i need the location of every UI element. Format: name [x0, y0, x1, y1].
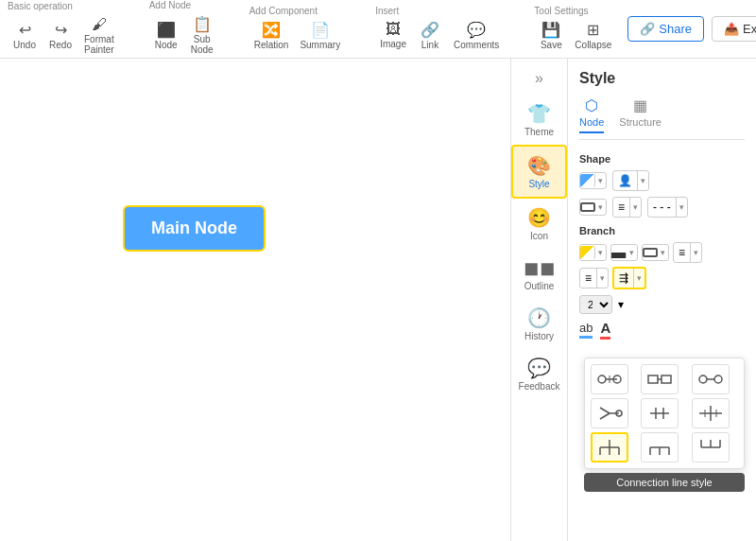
person-arrow: ▾: [638, 173, 648, 188]
sub-node-icon: 📋: [193, 15, 212, 33]
node-label: Node: [155, 40, 178, 50]
text-style-row: ab A: [579, 320, 745, 340]
comments-icon: 💬: [467, 21, 486, 39]
conn-btn-4[interactable]: [591, 398, 628, 428]
branch-align-arrow: ▾: [691, 245, 701, 260]
conn-btn-9[interactable]: [692, 432, 730, 462]
toolbar-group-basic: Basic operation ↩ Undo ↪ Redo 🖌 Format P…: [8, 1, 119, 58]
conn-btn-7[interactable]: [591, 432, 628, 462]
sidebar-style-label: Style: [528, 179, 549, 189]
image-icon: 🖼: [386, 21, 401, 38]
tab-structure-label: Structure: [619, 116, 662, 128]
canvas[interactable]: Main Node: [0, 59, 510, 541]
text-ab-button[interactable]: ab: [579, 321, 593, 339]
tab-node[interactable]: ⬡ Node: [579, 96, 604, 133]
text-A-button[interactable]: A: [600, 320, 610, 340]
branch-align-picker[interactable]: ≡ ▾: [673, 242, 702, 263]
sub-node-button[interactable]: 📋 Sub Node: [185, 12, 219, 58]
format-painter-button[interactable]: 🖌 Format Painter: [79, 13, 119, 58]
undo-icon: ↩: [19, 21, 31, 39]
sidebar: » 👕 Theme 🎨 Style 😊 Icon ◼◼ Outline 🕐 Hi…: [510, 59, 567, 541]
icon-icon: 😊: [527, 206, 551, 229]
share-icon: 🔗: [640, 22, 655, 36]
export-button[interactable]: 📤 Export: [712, 16, 756, 42]
border-style-picker[interactable]: ▾: [579, 199, 607, 216]
svg-rect-6: [662, 375, 671, 383]
line-style-icon: ≡: [613, 198, 630, 217]
insert-items: 🖼 Image 🔗 Link 💬 Comments: [375, 18, 504, 53]
theme-icon: 👕: [527, 102, 551, 125]
main-node[interactable]: Main Node: [123, 205, 266, 252]
summary-button[interactable]: 📄 Summary: [295, 18, 345, 53]
image-button[interactable]: 🖼 Image: [375, 18, 411, 52]
sidebar-expand-icon[interactable]: »: [531, 66, 547, 91]
conn-btn-5[interactable]: [641, 398, 679, 428]
save-button[interactable]: 💾 Save: [534, 18, 568, 53]
comments-button[interactable]: 💬 Comments: [449, 18, 504, 53]
redo-icon: ↪: [55, 21, 67, 39]
sidebar-item-feedback[interactable]: 💬 Feedback: [511, 349, 567, 399]
fill-lines-picker[interactable]: ≡ ▾: [579, 268, 609, 288]
branch-align-icon: ≡: [674, 243, 691, 262]
sidebar-icon-label: Icon: [530, 231, 548, 241]
sidebar-item-history[interactable]: 🕐 History: [511, 299, 567, 349]
font-size-select[interactable]: 24 12 14 16 18 20 22 28 32: [579, 295, 612, 314]
tab-node-icon: ⬡: [585, 96, 598, 114]
branch-section-title: Branch: [579, 225, 745, 236]
node-button[interactable]: ⬛ Node: [149, 18, 183, 53]
branch-row-1: ▾ ▾ ▾ ≡ ▾: [579, 242, 745, 263]
branch-line-arrow: ▾: [627, 245, 637, 260]
collapse-button[interactable]: ⊞ Collapse: [570, 18, 616, 53]
fill-lines-arrow: ▾: [597, 270, 608, 286]
fill-color-picker[interactable]: ▾: [579, 172, 607, 189]
group-label-insert: Insert: [375, 6, 399, 16]
person-icon-picker[interactable]: 👤 ▾: [612, 170, 649, 191]
sidebar-item-style[interactable]: 🎨 Style: [511, 145, 567, 199]
font-size-dropdown-arrow: ▾: [618, 298, 624, 311]
tab-structure[interactable]: ▦ Structure: [619, 96, 662, 133]
conn-btn-8[interactable]: [641, 432, 679, 462]
relation-button[interactable]: 🔀 Relation: [249, 18, 294, 53]
basic-items: ↩ Undo ↪ Redo 🖌 Format Painter: [8, 13, 119, 58]
conn-btn-3[interactable]: [692, 364, 730, 394]
conn-btn-1[interactable]: [591, 364, 628, 394]
connection-arrow: ▾: [634, 270, 644, 286]
conn-btn-6[interactable]: [692, 398, 730, 428]
share-button[interactable]: 🔗 Share: [627, 16, 704, 42]
undo-button[interactable]: ↩ Undo: [8, 18, 42, 53]
line-style-picker[interactable]: ≡ ▾: [612, 197, 642, 218]
font-size-row: 24 12 14 16 18 20 22 28 32 ▾: [579, 295, 745, 314]
connection-line-icon: ⇶: [614, 269, 634, 288]
connection-line-style-picker[interactable]: ⇶ ▾: [612, 267, 646, 289]
link-button[interactable]: 🔗 Link: [413, 18, 447, 53]
dash-style-picker[interactable]: - - - ▾: [647, 197, 688, 218]
undo-label: Undo: [13, 40, 36, 50]
border-style-arrow: ▾: [595, 200, 606, 215]
shape-row-1: ▾ 👤 ▾: [579, 170, 745, 191]
svg-point-9: [714, 375, 722, 383]
sidebar-history-label: History: [524, 331, 554, 341]
dash-style-icon: - - -: [648, 198, 677, 217]
redo-button[interactable]: ↪ Redo: [43, 18, 77, 53]
branch-border-arrow: ▾: [658, 245, 668, 260]
sidebar-item-icon[interactable]: 😊 Icon: [511, 199, 567, 249]
relation-icon: 🔀: [262, 21, 281, 39]
node-icon: ⬛: [157, 21, 176, 39]
history-icon: 🕐: [527, 306, 551, 329]
sidebar-item-theme[interactable]: 👕 Theme: [511, 95, 567, 145]
dash-style-arrow: ▾: [677, 200, 687, 215]
border-style-icon: [580, 202, 595, 212]
redo-label: Redo: [49, 40, 72, 50]
svg-point-13: [616, 410, 622, 416]
addnode-items: ⬛ Node 📋 Sub Node: [149, 12, 219, 58]
branch-fill-picker[interactable]: ▾: [579, 244, 607, 261]
tab-structure-icon: ▦: [633, 96, 647, 114]
branch-line-picker[interactable]: ▾: [610, 244, 638, 261]
link-label: Link: [421, 40, 438, 50]
branch-border-picker[interactable]: ▾: [642, 244, 669, 261]
shape-row-2: ▾ ≡ ▾ - - - ▾: [579, 197, 745, 218]
conn-btn-2[interactable]: [641, 364, 679, 394]
svg-point-0: [598, 375, 606, 383]
toolbar-group-tools: Tool Settings 💾 Save ⊞ Collapse: [534, 6, 616, 53]
sidebar-item-outline[interactable]: ◼◼ Outline: [511, 249, 567, 299]
